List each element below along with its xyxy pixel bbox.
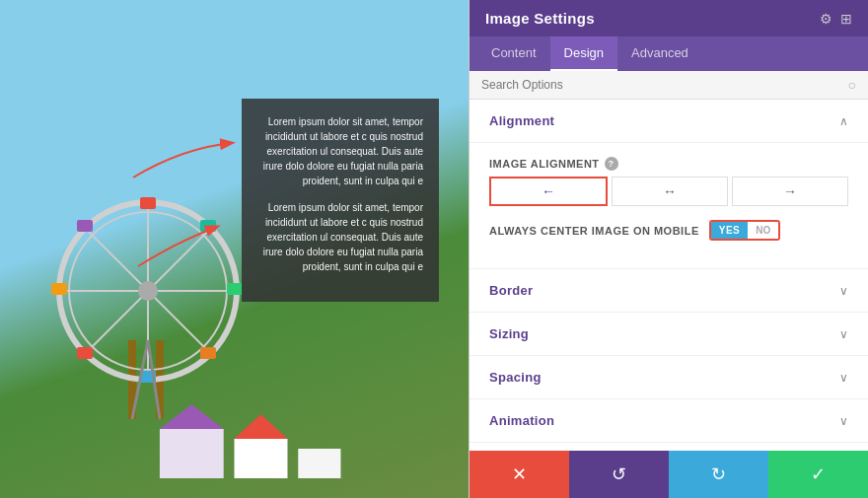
save-icon: ✓ [811, 463, 826, 485]
search-icon: ○ [848, 77, 856, 93]
section-animation-header[interactable]: Animation ∨ [470, 399, 868, 442]
align-right-button[interactable]: → [732, 177, 848, 206]
field-center-mobile: Always Center Image On Mobile YES NO [489, 220, 848, 241]
center-mobile-label: Always Center Image On Mobile [489, 225, 699, 237]
undo-button[interactable]: ↺ [569, 451, 669, 498]
section-alignment-title: Alignment [489, 113, 554, 128]
center-mobile-row: Always Center Image On Mobile YES NO [489, 220, 848, 241]
chevron-down-icon-sizing: ∨ [839, 327, 848, 341]
grid-icon[interactable]: ⊞ [840, 11, 852, 27]
align-center-button[interactable]: ↔ [612, 177, 728, 206]
search-input[interactable] [481, 78, 848, 92]
center-mobile-toggle[interactable]: YES NO [709, 220, 781, 241]
section-border-header[interactable]: Border ∨ [470, 269, 868, 312]
section-sizing: Sizing ∨ [470, 313, 868, 356]
help-icon[interactable]: ? [605, 157, 618, 171]
section-animation: Animation ∨ [470, 399, 868, 443]
alignment-buttons: ← ↔ → [489, 177, 848, 206]
settings-icon[interactable]: ⚙ [820, 11, 832, 27]
redo-icon: ↻ [711, 463, 726, 485]
cancel-icon: ✕ [512, 463, 527, 485]
svg-rect-11 [51, 283, 67, 295]
section-alignment-body: Image Alignment ? ← ↔ → [470, 143, 868, 268]
svg-rect-13 [77, 220, 93, 232]
text-overlay-box: Lorem ipsum dolor sit amet, tempor incid… [242, 99, 439, 302]
panel-header-controls: ⚙ ⊞ [820, 11, 852, 27]
cancel-button[interactable]: ✕ [470, 451, 569, 498]
overlay-paragraph-1: Lorem ipsum dolor sit amet, tempor incid… [257, 114, 423, 188]
section-spacing: Spacing ∨ [470, 356, 868, 399]
chevron-up-icon: ∧ [839, 114, 848, 128]
toggle-yes: YES [711, 222, 749, 239]
toggle-no: NO [748, 222, 778, 239]
panel-title: Image Settings [485, 10, 595, 27]
image-preview-area: Lorem ipsum dolor sit amet, tempor incid… [0, 0, 469, 498]
chevron-down-icon-animation: ∨ [839, 414, 848, 428]
svg-rect-14 [200, 347, 216, 359]
chevron-down-icon-border: ∨ [839, 284, 848, 298]
settings-panel: Image Settings ⚙ ⊞ Content Design Advanc… [469, 0, 868, 498]
section-sizing-title: Sizing [489, 326, 529, 341]
field-image-alignment-label: Image Alignment ? [489, 157, 848, 171]
field-image-alignment: Image Alignment ? ← ↔ → [489, 157, 848, 206]
ferris-wheel-graphic [39, 143, 256, 439]
undo-icon: ↺ [612, 463, 626, 485]
section-animation-title: Animation [489, 413, 554, 428]
svg-marker-20 [160, 404, 224, 429]
svg-rect-19 [160, 429, 224, 478]
pier-graphic [0, 399, 469, 498]
chevron-down-icon-spacing: ∨ [839, 371, 848, 385]
section-border: Border ∨ [470, 269, 868, 313]
section-border-title: Border [489, 283, 533, 298]
section-alignment: Alignment ∧ Image Alignment ? ← ↔ [470, 100, 868, 269]
redo-button[interactable]: ↻ [669, 451, 768, 498]
align-left-button[interactable]: ← [489, 177, 608, 206]
overlay-paragraph-2: Lorem ipsum dolor sit amet, tempor incid… [257, 200, 423, 274]
svg-point-8 [138, 281, 158, 301]
section-spacing-title: Spacing [489, 370, 542, 385]
section-sizing-header[interactable]: Sizing ∨ [470, 313, 868, 355]
svg-rect-9 [140, 197, 156, 209]
svg-rect-15 [200, 220, 216, 232]
panel-header: Image Settings ⚙ ⊞ [470, 0, 868, 36]
search-bar: ○ [470, 71, 868, 100]
section-alignment-header[interactable]: Alignment ∧ [470, 100, 868, 143]
tab-design[interactable]: Design [550, 36, 617, 71]
section-spacing-header[interactable]: Spacing ∨ [470, 356, 868, 398]
svg-rect-16 [77, 347, 93, 359]
tab-content[interactable]: Content [477, 36, 550, 71]
svg-rect-12 [227, 283, 243, 295]
panel-tabs: Content Design Advanced [470, 36, 868, 71]
svg-marker-22 [235, 414, 288, 439]
svg-rect-23 [298, 449, 340, 478]
tab-advanced[interactable]: Advanced [617, 36, 702, 71]
save-button[interactable]: ✓ [768, 451, 868, 498]
panel-footer: ✕ ↺ ↻ ✓ [470, 451, 868, 498]
panel-content: Alignment ∧ Image Alignment ? ← ↔ [470, 100, 868, 451]
svg-rect-21 [235, 439, 288, 478]
